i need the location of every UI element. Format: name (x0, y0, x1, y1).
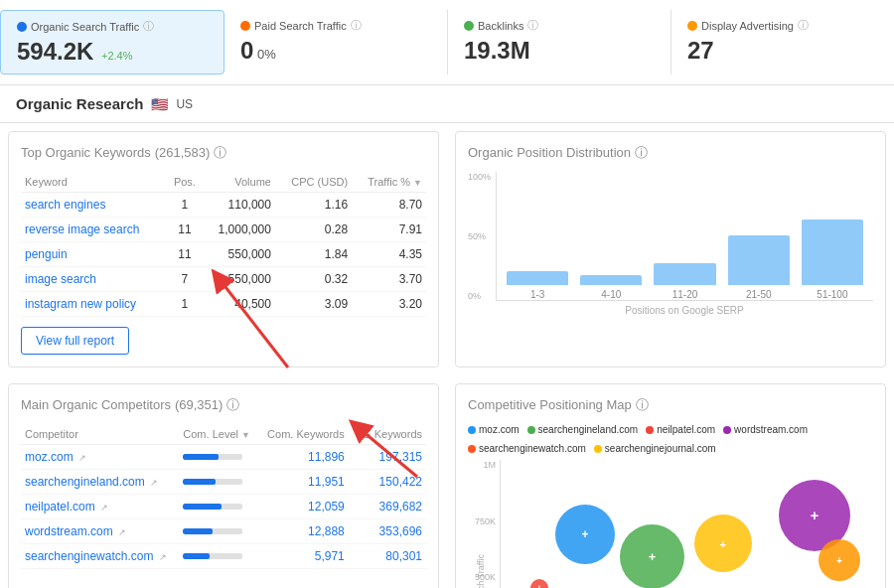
legend-dot (468, 426, 476, 434)
table-row: wordstream.com ↗ 12,888 353,696 (21, 519, 426, 544)
legend-label: searchenginejournal.com (605, 443, 716, 454)
cpc-cell: 1.84 (275, 242, 352, 267)
com-level-cell (179, 519, 258, 544)
pos-cell: 11 (167, 218, 203, 242)
comp-bar-container (183, 479, 242, 485)
competitor-name[interactable]: searchenginewatch.com ↗ (21, 544, 179, 569)
organic-info-icon[interactable]: ⓘ (143, 19, 154, 34)
se-keywords-cell[interactable]: 353,696 (349, 519, 426, 544)
com-keywords-cell[interactable]: 12,888 (258, 519, 349, 544)
bar-chart: 1-3 4-10 11-20 21-50 51-100 (496, 172, 873, 301)
bar (802, 220, 863, 285)
position-info-icon[interactable]: ⓘ (635, 145, 648, 160)
keyword-cell[interactable]: instagram new policy (21, 292, 167, 317)
main-grid: Top Organic Keywords (261,583) ⓘ Keyword… (0, 123, 894, 588)
com-level-cell (179, 445, 258, 470)
keywords-table: Keyword Pos. Volume CPC (USD) Traffic % … (21, 172, 426, 317)
comp-bar-container (183, 528, 242, 534)
keyword-cell[interactable]: image search (21, 267, 167, 292)
table-row: instagram new policy 1 40,500 3.09 3.20 (21, 292, 426, 317)
positioning-panel-title: Competitive Positioning Map ⓘ (468, 396, 873, 414)
comp-bar-fill (183, 528, 213, 534)
se-keywords-cell[interactable]: 150,422 (349, 470, 426, 495)
com-keywords-cell[interactable]: 11,896 (258, 445, 349, 470)
keywords-info-icon[interactable]: ⓘ (214, 145, 226, 160)
competitors-table: Competitor Com. Level ▼ Com. Keywords SE… (21, 424, 426, 569)
bar (507, 271, 568, 285)
bar-label: 51-100 (817, 289, 847, 300)
metric-display-value: 27 (687, 37, 878, 65)
metric-paid-label: Paid Search Traffic ⓘ (240, 18, 431, 33)
backlinks-info-icon[interactable]: ⓘ (527, 18, 538, 33)
col-cpc: CPC (USD) (275, 172, 352, 193)
cpc-cell: 0.28 (275, 218, 352, 242)
com-keywords-cell[interactable]: 5,971 (258, 544, 349, 569)
table-row: moz.com ↗ 11,896 197,315 (21, 445, 426, 470)
bar-label: 11-20 (672, 289, 698, 300)
competitor-name[interactable]: neilpatel.com ↗ (21, 495, 179, 519)
metric-organic-search[interactable]: Organic Search Traffic ⓘ 594.2K +2.4% (0, 10, 224, 74)
bar-label: 1-3 (530, 289, 544, 300)
organic-dot (17, 22, 27, 32)
keyword-cell[interactable]: penguin (21, 242, 167, 267)
bubble[interactable]: + (694, 514, 752, 572)
se-keywords-cell[interactable]: 369,682 (349, 495, 426, 519)
pos-cell: 11 (167, 242, 203, 267)
col-se-keywords: SE Keywords (349, 424, 426, 445)
traffic-cell: 3.20 (352, 292, 426, 317)
metric-organic-label: Organic Search Traffic ⓘ (17, 19, 208, 34)
metric-backlinks-label: Backlinks ⓘ (464, 18, 655, 33)
bubble[interactable]: + (530, 579, 548, 588)
country-flag: 🇺🇸 (151, 96, 168, 112)
com-level-cell (179, 495, 258, 519)
view-full-report-button[interactable]: View full report (21, 327, 129, 355)
col-com-keywords: Com. Keywords (258, 424, 349, 445)
col-com-level: Com. Level ▼ (179, 424, 258, 445)
legend-dot (723, 426, 731, 434)
table-row: penguin 11 550,000 1.84 4.35 (21, 242, 426, 267)
bubble[interactable]: + (819, 539, 860, 581)
com-keywords-cell[interactable]: 11,951 (258, 470, 349, 495)
volume-cell: 550,000 (203, 267, 275, 292)
keywords-panel-title: Top Organic Keywords (261,583) ⓘ (21, 144, 426, 162)
positioning-info-icon[interactable]: ⓘ (636, 397, 649, 412)
com-keywords-cell[interactable]: 12,059 (258, 495, 349, 519)
cpc-cell: 0.32 (275, 267, 352, 292)
metric-display-ads[interactable]: Display Advertising ⓘ 27 (671, 10, 894, 74)
legend-item: searchenginejournal.com (594, 443, 716, 454)
display-info-icon[interactable]: ⓘ (798, 18, 809, 33)
chart-x-title: Positions on Google SERP (496, 305, 873, 316)
display-dot (687, 21, 697, 31)
keyword-cell[interactable]: search engines (21, 193, 167, 218)
backlinks-dot (464, 21, 474, 31)
volume-cell: 550,000 (203, 242, 275, 267)
bubble[interactable]: + (620, 524, 684, 588)
bar-group: 4-10 (580, 275, 642, 300)
bar-group: 1-3 (507, 271, 568, 300)
traffic-cell: 4.35 (352, 242, 426, 267)
comp-bar-fill (183, 504, 222, 510)
col-traffic: Traffic % ▼ (352, 172, 426, 193)
bubble[interactable]: + (555, 505, 615, 564)
bar-group: 21-50 (728, 235, 790, 300)
competitor-name[interactable]: searchengineland.com ↗ (21, 470, 179, 495)
metric-backlinks[interactable]: Backlinks ⓘ 19.3M (448, 10, 671, 74)
paid-info-icon[interactable]: ⓘ (351, 18, 362, 33)
se-keywords-cell[interactable]: 80,301 (349, 544, 426, 569)
comp-bar-container (183, 553, 242, 559)
metric-display-label: Display Advertising ⓘ (687, 18, 878, 33)
se-keywords-cell[interactable]: 197,315 (349, 445, 426, 470)
metric-paid-value: 0 0% (240, 37, 431, 65)
legend-item: searchenginewatch.com (468, 443, 586, 454)
competitor-name[interactable]: moz.com ↗ (21, 445, 179, 470)
legend-dot (527, 426, 535, 434)
keyword-cell[interactable]: reverse image search (21, 218, 167, 242)
bar-group: 51-100 (802, 220, 863, 300)
metric-paid-search[interactable]: Paid Search Traffic ⓘ 0 0% (224, 10, 448, 74)
comp-bar-container (183, 504, 242, 510)
competitor-name[interactable]: wordstream.com ↗ (21, 519, 179, 544)
paid-dot (240, 21, 250, 31)
competitors-info-icon[interactable]: ⓘ (226, 397, 239, 412)
comp-bar-container (183, 454, 242, 460)
position-panel-title: Organic Position Distribution ⓘ (468, 144, 873, 162)
